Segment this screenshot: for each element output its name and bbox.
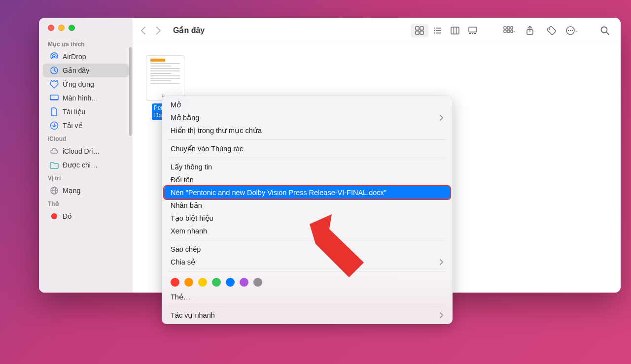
clock-icon: [50, 66, 59, 75]
sidebar-item-m-ng[interactable]: Mạng: [43, 184, 129, 198]
sidebar-item--[interactable]: Đỏ: [43, 209, 129, 223]
share-button[interactable]: [522, 24, 538, 37]
menu-tag-color[interactable]: [212, 278, 221, 287]
menu-item-label: Sao chép: [171, 245, 201, 253]
menu-item-label: Tác vụ nhanh: [171, 311, 215, 319]
menu-item[interactable]: Lấy thông tin: [162, 161, 453, 173]
menu-tag-color[interactable]: [226, 278, 235, 287]
menu-item[interactable]: Nén "Pentonic and new Dolby Vision Press…: [164, 186, 450, 199]
svg-point-12: [434, 27, 435, 28]
sidebar-item-label: Mạng: [63, 187, 80, 195]
sidebar-item-label: Gần đây: [63, 66, 89, 74]
menu-item[interactable]: Mở bằng: [162, 111, 453, 124]
sidebar-item-t-i-v-[interactable]: Tải về: [43, 119, 129, 132]
menu-item[interactable]: Đổi tên: [162, 173, 453, 186]
desktop-icon: [50, 94, 59, 102]
svg-point-14: [434, 30, 435, 31]
svg-rect-26: [507, 27, 510, 29]
toolbar: Gần đây ⌄ ⌄: [133, 18, 621, 43]
search-button[interactable]: [597, 24, 613, 37]
sidebar-item-icloud-dri-[interactable]: iCloud Dri…: [43, 144, 129, 158]
svg-point-36: [572, 30, 573, 31]
file-thumbnail: D…: [146, 55, 184, 100]
menu-item-label: Chia sẻ: [171, 258, 195, 266]
menu-separator: [169, 158, 446, 158]
sidebar-item-label: Ứng dụng: [63, 80, 94, 88]
menu-item-label: Mở: [171, 101, 181, 109]
sidebar-item-label: iCloud Dri…: [63, 147, 100, 155]
menu-tag-color[interactable]: [240, 278, 248, 287]
menu-tag-color[interactable]: [198, 278, 207, 287]
svg-rect-15: [436, 30, 441, 31]
sidebar-item-label: AirDrop: [63, 53, 86, 61]
menu-item-label: Xem nhanh: [171, 227, 207, 235]
menu-separator: [169, 271, 446, 271]
menu-item-label: Tạo biệt hiệu: [171, 214, 213, 222]
menu-item-label: Lấy thông tin: [171, 163, 212, 171]
menu-item[interactable]: Chuyển vào Thùng rác: [162, 142, 453, 155]
forward-button[interactable]: [155, 26, 161, 35]
menu-item[interactable]: Chia sẻ: [162, 256, 453, 268]
sidebar-item-airdrop[interactable]: AirDrop: [43, 50, 129, 64]
menu-item[interactable]: Tác vụ nhanh: [162, 309, 453, 322]
svg-rect-18: [451, 27, 459, 34]
sidebar-scrollbar[interactable]: [129, 47, 132, 136]
menu-tag-color[interactable]: [171, 278, 179, 287]
svg-rect-17: [436, 33, 441, 33]
back-button[interactable]: [140, 26, 146, 35]
group-by-button[interactable]: ⌄: [503, 24, 516, 37]
menu-item[interactable]: Mở: [162, 99, 453, 111]
chevron-right-icon: [440, 259, 444, 265]
svg-rect-10: [416, 31, 419, 34]
menu-item[interactable]: Xem nhanh: [162, 225, 453, 237]
menu-separator: [169, 139, 446, 140]
sidebar-item--c-chi-[interactable]: Được chi…: [43, 158, 129, 172]
window-title: Gần đây: [173, 26, 405, 35]
tags-button[interactable]: [544, 24, 560, 37]
chevron-right-icon: [440, 115, 444, 121]
column-view-button[interactable]: [446, 24, 464, 37]
sidebar-item-t-i-li-u[interactable]: Tài liệu: [43, 105, 129, 119]
sidebar-item--ng-d-ng[interactable]: Ứng dụng: [43, 77, 129, 91]
svg-point-16: [434, 32, 435, 33]
svg-rect-22: [469, 33, 471, 34]
sidebar-item-g-n-y[interactable]: Gần đây: [43, 64, 129, 77]
menu-item[interactable]: Hiển thị trong thư mục chứa: [162, 124, 453, 137]
menu-item-label: Chuyển vào Thùng rác: [171, 145, 243, 153]
zoom-window-button[interactable]: [69, 25, 75, 31]
sidebar-item-label: Tài liệu: [63, 108, 85, 116]
svg-rect-29: [507, 30, 510, 33]
close-window-button[interactable]: [48, 25, 54, 31]
menu-item-label: Nhân bản: [171, 201, 202, 209]
svg-rect-13: [436, 28, 441, 29]
minimize-window-button[interactable]: [58, 25, 65, 31]
sidebar-section-header: iCloud: [39, 132, 133, 144]
list-view-button[interactable]: [428, 24, 446, 37]
menu-item-label: Nén "Pentonic and new Dolby Vision Press…: [171, 189, 386, 197]
network-icon: [50, 186, 59, 195]
view-mode-group: [411, 24, 482, 37]
doc-icon: [50, 107, 59, 116]
menu-item[interactable]: Tạo biệt hiệu: [162, 212, 453, 225]
menu-tag-color[interactable]: [253, 278, 262, 287]
sidebar-section-header: Thẻ: [39, 198, 133, 209]
svg-rect-28: [504, 30, 506, 33]
menu-item-label: Đổi tên: [171, 176, 194, 184]
icon-view-button[interactable]: [411, 24, 428, 37]
gallery-view-button[interactable]: [464, 24, 482, 37]
menu-tag-row: [162, 274, 453, 291]
menu-item[interactable]: Sao chép: [162, 243, 453, 256]
sidebar-item-label: Màn hình…: [63, 94, 98, 102]
svg-rect-24: [474, 33, 476, 34]
action-button[interactable]: ⌄: [565, 24, 578, 37]
context-menu: MởMở bằngHiển thị trong thư mục chứaChuy…: [162, 96, 453, 324]
menu-tag-color[interactable]: [184, 278, 193, 287]
menu-item[interactable]: Thẻ…: [162, 291, 453, 303]
menu-separator: [169, 306, 446, 306]
svg-rect-25: [504, 27, 506, 29]
menu-item-label: Mở bằng: [171, 114, 199, 122]
menu-item[interactable]: Nhân bản: [162, 199, 453, 212]
sidebar-section-header: Mục ưa thích: [39, 38, 133, 50]
sidebar-item-m-n-h-nh-[interactable]: Màn hình…: [43, 91, 129, 105]
menu-separator: [169, 240, 446, 240]
